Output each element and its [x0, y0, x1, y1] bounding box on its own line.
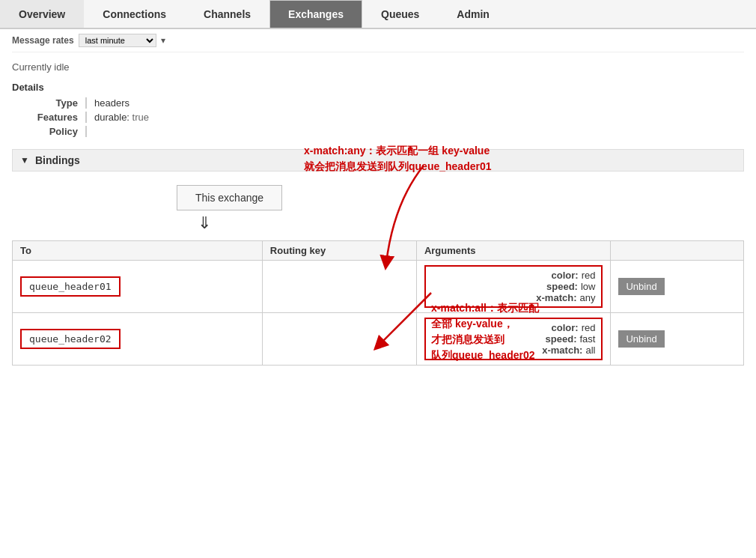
- args-box-1: color: red speed: low x-match:: [424, 265, 603, 308]
- tab-exchanges[interactable]: Exchanges: [269, 0, 362, 28]
- arg-key-xmatch-1: x-match:: [536, 292, 576, 303]
- details-table: Type headers Features durable: true Poli…: [27, 97, 744, 137]
- bindings-table-header-row: To Routing key Arguments: [13, 241, 744, 261]
- arg-val-color-1: red: [582, 270, 596, 281]
- details-value-type: headers: [94, 97, 129, 109]
- details-row-features: Features durable: true: [27, 112, 744, 123]
- tab-admin[interactable]: Admin: [438, 0, 508, 28]
- exchange-button[interactable]: This exchange: [177, 185, 282, 210]
- details-row-policy: Policy: [27, 126, 744, 137]
- arg-key-color-1: color:: [552, 270, 579, 281]
- arg-val-xmatch-2: all: [585, 345, 595, 356]
- arg-line-speed-2: speed: fast: [432, 333, 596, 345]
- col-header-routing-key: Routing key: [262, 241, 416, 261]
- arg-line-color-2: color: red: [432, 322, 596, 333]
- queue-name-box-2: queue_header02: [20, 329, 121, 349]
- bindings-table-head: To Routing key Arguments: [13, 241, 744, 261]
- details-key-type: Type: [27, 97, 87, 109]
- tab-connections[interactable]: Connections: [84, 0, 185, 28]
- details-row-type: Type headers: [27, 97, 744, 109]
- message-rates-separator: ▾: [161, 35, 165, 46]
- bindings-section: ▼ Bindings This exchange ⇓ To Routing ke…: [12, 149, 744, 372]
- bindings-table: To Routing key Arguments queue_header01: [12, 240, 744, 366]
- arg-key-color-2: color:: [552, 322, 579, 333]
- arg-key-speed-1: speed:: [546, 281, 578, 292]
- col-header-action: [611, 241, 744, 261]
- details-key-policy: Policy: [27, 126, 87, 137]
- unbind-cell-2: Unbind: [611, 313, 744, 366]
- message-rates-label: Message rates: [12, 35, 74, 46]
- arg-line-xmatch-2: x-match: all: [432, 345, 596, 356]
- tab-queues[interactable]: Queues: [362, 0, 438, 28]
- arg-line-xmatch-1: x-match: any: [432, 292, 596, 303]
- arg-val-speed-2: fast: [579, 333, 595, 345]
- bindings-table-wrapper: To Routing key Arguments queue_header01: [12, 240, 744, 366]
- main-content: Message rates last minute last 10 minute…: [0, 29, 756, 383]
- arg-line-color-1: color: red: [432, 270, 596, 281]
- tab-channels[interactable]: Channels: [185, 0, 269, 28]
- unbind-button-2[interactable]: Unbind: [618, 330, 664, 348]
- arg-key-xmatch-2: x-match:: [542, 345, 582, 356]
- details-value-features: durable: true: [94, 112, 149, 123]
- unbind-button-1[interactable]: Unbind: [618, 278, 664, 295]
- bindings-title: Bindings: [35, 154, 80, 166]
- unbind-cell-1: Unbind: [611, 261, 744, 313]
- queue-cell-1: queue_header01: [13, 261, 263, 313]
- details-key-features: Features: [27, 112, 87, 123]
- message-rates-dropdown[interactable]: last minute last 10 minutes last hour: [79, 34, 156, 47]
- message-rates-bar: Message rates last minute last 10 minute…: [12, 29, 744, 52]
- routing-key-cell-2: [262, 313, 416, 366]
- col-header-arguments: Arguments: [416, 241, 611, 261]
- col-header-to: To: [13, 241, 263, 261]
- args-box-2: color: red speed: fast x-match:: [424, 318, 603, 360]
- routing-key-cell-1: [262, 261, 416, 313]
- status-line: Currently idle: [12, 58, 744, 79]
- nav-tabs: Overview Connections Channels Exchanges …: [0, 0, 756, 29]
- args-cell-2: color: red speed: fast x-match:: [416, 313, 611, 366]
- bindings-content: This exchange ⇓ To Routing key Arguments: [12, 179, 744, 372]
- binding-row-2: queue_header02 color: red: [13, 313, 744, 366]
- binding-row-1: queue_header01 color: red: [13, 261, 744, 313]
- queue-name-box-1: queue_header01: [20, 276, 121, 297]
- durable-value: true: [132, 112, 149, 123]
- arg-key-speed-2: speed:: [546, 333, 577, 345]
- bindings-table-body: queue_header01 color: red: [13, 261, 744, 366]
- bindings-header[interactable]: ▼ Bindings: [12, 149, 744, 172]
- queue-cell-2: queue_header02: [13, 313, 263, 366]
- exchange-button-area: This exchange ⇓: [177, 185, 744, 233]
- arg-val-color-2: red: [582, 322, 596, 333]
- arg-line-speed-1: speed: low: [432, 281, 596, 292]
- args-cell-1: color: red speed: low x-match:: [416, 261, 611, 313]
- arg-val-xmatch-1: any: [579, 292, 595, 303]
- down-arrow-icon: ⇓: [198, 213, 211, 233]
- details-section-title: Details: [12, 79, 744, 97]
- tab-overview[interactable]: Overview: [0, 0, 84, 28]
- bindings-triangle-icon: ▼: [20, 155, 29, 166]
- arg-val-speed-1: low: [581, 281, 596, 292]
